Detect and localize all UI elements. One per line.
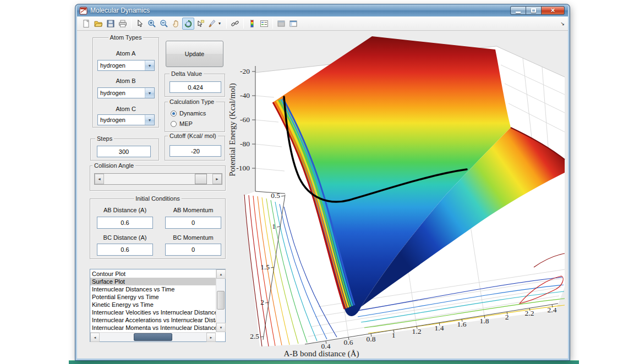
atom-types-panel: Atom Types Atom A hydrogen ▼ Atom B hydr… bbox=[92, 37, 159, 128]
insert-legend-icon[interactable] bbox=[258, 18, 270, 30]
panel-title: Initial Conditions bbox=[134, 195, 182, 202]
slider-left-arrow-icon[interactable]: ◄ bbox=[95, 174, 104, 184]
cutoff-input[interactable] bbox=[170, 145, 221, 157]
scroll-up-icon[interactable]: ▲ bbox=[216, 269, 226, 279]
figure-content: Atom Types Atom A hydrogen ▼ Atom B hydr… bbox=[77, 31, 568, 359]
horizontal-scrollbar[interactable]: ◄ ► bbox=[90, 332, 216, 341]
bc-momentum-label: BC Momentum bbox=[165, 234, 221, 241]
ab-distance-input[interactable] bbox=[97, 217, 153, 229]
scroll-down-icon[interactable]: ▼ bbox=[216, 323, 226, 332]
x-axis-label: A-B bond distance (Å) bbox=[283, 349, 359, 359]
z-tick-label: -100 bbox=[236, 164, 250, 172]
ab-momentum-input[interactable] bbox=[165, 217, 221, 229]
zoom-out-icon[interactable] bbox=[158, 18, 170, 30]
toolbar-separator bbox=[272, 19, 273, 29]
close-button[interactable]: × bbox=[542, 6, 565, 15]
x-tick-label: 0.6 bbox=[344, 338, 353, 346]
y-tick-label: 2.5 bbox=[250, 332, 259, 340]
x-tick-label: 1.8 bbox=[480, 317, 489, 325]
slider-track[interactable] bbox=[104, 174, 212, 184]
list-item[interactable]: Internuclear Distances vs Time bbox=[90, 285, 216, 293]
toolbar-separator bbox=[243, 19, 244, 29]
ab-momentum-label: AB Momentum bbox=[165, 207, 221, 213]
rotate-3d-icon[interactable] bbox=[182, 18, 194, 30]
minimize-button[interactable] bbox=[510, 6, 526, 15]
panel-title: Atom Types bbox=[108, 34, 144, 41]
vertical-scrollbar[interactable]: ▲ ▼ bbox=[216, 269, 225, 332]
list-items: Contour Plot Surface Plot Internuclear D… bbox=[90, 270, 216, 332]
x-tick-label: 1 bbox=[392, 331, 396, 339]
surface-plot-area[interactable]: -20 -40 -60 -80 -100 0.5 1 1.5 2 2.5 0.4… bbox=[228, 31, 567, 359]
collision-angle-slider[interactable]: ◄ ► bbox=[94, 173, 222, 185]
list-item[interactable]: Internuclear Momenta vs Internuclear Dis… bbox=[90, 324, 216, 332]
new-file-icon[interactable] bbox=[80, 18, 92, 30]
horizontal-scroll-thumb[interactable] bbox=[134, 333, 172, 341]
slider-thumb[interactable] bbox=[195, 174, 207, 184]
scroll-right-icon[interactable]: ► bbox=[206, 333, 216, 342]
radio-mep[interactable]: MEP bbox=[171, 120, 193, 127]
pointer-tool-icon[interactable] bbox=[134, 18, 146, 30]
list-item[interactable]: Internuclear Accelerations vs Internucle… bbox=[90, 316, 216, 324]
toolbar-overflow-icon[interactable]: ↘ bbox=[560, 21, 565, 26]
calculation-type-panel: Calculation Type Dynamics MEP bbox=[165, 102, 225, 132]
radio-dynamics[interactable]: Dynamics bbox=[171, 110, 206, 117]
brush-icon[interactable] bbox=[206, 18, 218, 30]
list-item-selected[interactable]: Surface Plot bbox=[90, 278, 216, 285]
z-tick-label: -40 bbox=[240, 91, 250, 100]
initial-conditions-panel: Initial Conditions AB Distance (A) AB Mo… bbox=[90, 198, 226, 259]
maximize-button[interactable] bbox=[526, 6, 542, 15]
z-axis-label: Potential Energy (Kcal/mol) bbox=[228, 83, 237, 177]
atom-c-select[interactable]: hydrogen ▼ bbox=[97, 114, 155, 125]
link-plot-icon[interactable] bbox=[229, 18, 241, 30]
horizontal-scroll-track[interactable] bbox=[100, 333, 206, 341]
figure-toolbar: ▾ ↘ bbox=[77, 16, 568, 31]
list-item[interactable]: Internuclear Velocities vs Internuclear … bbox=[90, 308, 216, 316]
bc-distance-input[interactable] bbox=[97, 244, 153, 256]
show-plot-tools-icon[interactable] bbox=[287, 18, 299, 30]
toolbar-separator bbox=[131, 19, 132, 29]
x-tick-label: 2.2 bbox=[525, 309, 534, 317]
titlebar[interactable]: Molecular Dynamics × bbox=[77, 4, 568, 16]
atom-b-select[interactable]: hydrogen ▼ bbox=[97, 87, 155, 98]
y-tick-label: 1.5 bbox=[260, 263, 270, 271]
update-button[interactable]: Update bbox=[166, 41, 223, 67]
surface-plot[interactable]: -20 -40 -60 -80 -100 0.5 1 1.5 2 2.5 0.4… bbox=[228, 31, 567, 359]
data-cursor-icon[interactable] bbox=[194, 18, 206, 30]
cutoff-panel: Cutoff (Kcal/ mol) bbox=[165, 136, 225, 161]
print-icon[interactable] bbox=[117, 18, 129, 30]
delta-input[interactable] bbox=[170, 81, 221, 93]
y-tick-label: 2 bbox=[260, 298, 264, 306]
bc-momentum-input[interactable] bbox=[165, 244, 221, 256]
brush-dropdown-icon[interactable]: ▾ bbox=[218, 21, 224, 26]
insert-colorbar-icon[interactable] bbox=[246, 18, 258, 30]
list-item[interactable]: Kinetic Energy vs Time bbox=[90, 301, 216, 308]
x-tick-label: 1.4 bbox=[435, 324, 444, 332]
pan-tool-icon[interactable] bbox=[170, 18, 182, 30]
combo-arrow-icon: ▼ bbox=[145, 88, 154, 98]
z-tick-label: -20 bbox=[240, 67, 250, 75]
y-tick-label: 1 bbox=[272, 222, 276, 230]
atom-a-select[interactable]: hydrogen ▼ bbox=[97, 60, 155, 71]
combo-arrow-icon: ▼ bbox=[145, 60, 154, 70]
list-item[interactable]: Contour Plot bbox=[90, 270, 216, 278]
scroll-left-icon[interactable]: ◄ bbox=[90, 333, 100, 342]
vertical-scroll-thumb[interactable] bbox=[217, 291, 225, 310]
x-tick-label: 0.8 bbox=[367, 335, 376, 343]
steps-input[interactable] bbox=[97, 146, 151, 157]
plot-type-listbox: Contour Plot Surface Plot Internuclear D… bbox=[90, 269, 226, 342]
minimize-icon bbox=[516, 12, 521, 13]
collision-angle-panel: Collision Angle ◄ ► bbox=[90, 166, 226, 191]
list-item[interactable]: Potential Energy vs Time bbox=[90, 293, 216, 301]
window-title: Molecular Dynamics bbox=[90, 7, 150, 14]
app-window: Molecular Dynamics × bbox=[75, 4, 570, 360]
slider-right-arrow-icon[interactable]: ► bbox=[212, 174, 222, 184]
zoom-in-icon[interactable] bbox=[146, 18, 158, 30]
z-tick-label: -60 bbox=[240, 115, 250, 124]
open-file-icon[interactable] bbox=[92, 18, 105, 30]
panel-title: Steps bbox=[95, 135, 114, 142]
save-icon[interactable] bbox=[105, 18, 117, 30]
panel-title: Cutoff (Kcal/ mol) bbox=[168, 133, 218, 139]
panel-title: Calculation Type bbox=[168, 98, 216, 105]
hide-plot-tools-icon[interactable] bbox=[275, 18, 287, 30]
desktop-strip bbox=[69, 360, 579, 364]
